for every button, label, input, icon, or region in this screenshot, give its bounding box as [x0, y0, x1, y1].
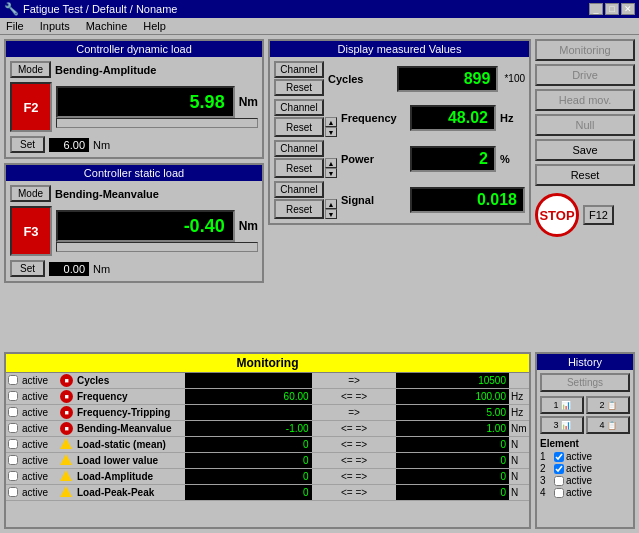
cycles-label: Cycles [328, 73, 393, 85]
mon-name: Cycles [75, 373, 185, 389]
mon-name: Load-Amplitude [75, 469, 185, 485]
mon-checkbox[interactable] [8, 375, 18, 385]
hist-btn-3[interactable]: 3 📊 [540, 416, 584, 434]
history-header: History [537, 354, 633, 370]
mon-checkbox-cell[interactable] [6, 389, 20, 405]
mode-button-static[interactable]: Mode [10, 185, 51, 202]
up-arrow-frequency[interactable]: ▲ [325, 117, 337, 127]
monitoring-button[interactable]: Monitoring [535, 39, 635, 61]
mon-checkbox-cell[interactable] [6, 421, 20, 437]
channel-btn-frequency[interactable]: Channel [274, 99, 324, 116]
mon-name: Bending-Meanvalue [75, 421, 185, 437]
menu-help[interactable]: Help [139, 19, 170, 33]
set-button-dynamic[interactable]: Set [10, 136, 45, 153]
mon-active-cell: active [20, 405, 58, 421]
cycles-row: Channel Reset Cycles 899 *100 [274, 61, 525, 96]
static-scrollbar[interactable] [56, 242, 258, 252]
head-mov-button[interactable]: Head mov. [535, 89, 635, 111]
dynamic-value-display: 5.98 [56, 86, 235, 118]
mon-checkbox[interactable] [8, 455, 18, 465]
mon-operator: => [312, 405, 397, 421]
down-arrow-frequency[interactable]: ▼ [325, 127, 337, 137]
element-row: 3 active [540, 475, 630, 486]
down-arrow-power[interactable]: ▼ [325, 168, 337, 178]
stop-button[interactable]: STOP [535, 193, 579, 237]
dynamic-scrollbar[interactable] [56, 118, 258, 128]
mon-limit: 5.00 [396, 405, 509, 421]
dynamic-set-value: 6.00 [49, 138, 89, 152]
menu-bar: File Inputs Machine Help [0, 18, 639, 35]
channel-btn-cycles[interactable]: Channel [274, 61, 324, 78]
mon-checkbox[interactable] [8, 391, 18, 401]
mon-icon-cell [58, 469, 75, 485]
mon-name: Frequency [75, 389, 185, 405]
up-arrow-signal[interactable]: ▲ [325, 199, 337, 209]
drive-button[interactable]: Drive [535, 64, 635, 86]
menu-file[interactable]: File [2, 19, 28, 33]
element-active-label: active [566, 475, 592, 486]
up-arrow-power[interactable]: ▲ [325, 158, 337, 168]
menu-inputs[interactable]: Inputs [36, 19, 74, 33]
maximize-button[interactable]: □ [605, 3, 619, 15]
triangle-icon [60, 470, 72, 481]
settings-button[interactable]: Settings [540, 373, 630, 392]
mon-unit: N [509, 437, 529, 453]
channel-btn-power[interactable]: Channel [274, 140, 324, 157]
reset-btn-power[interactable]: Reset [274, 158, 324, 178]
channel-btn-signal[interactable]: Channel [274, 181, 324, 198]
mon-checkbox[interactable] [8, 487, 18, 497]
monitoring-table: active ■ Cycles => 10500 active ■ Freque… [6, 373, 529, 501]
mon-checkbox-cell[interactable] [6, 405, 20, 421]
stop-icon: ■ [60, 422, 73, 435]
mode-button-dynamic[interactable]: Mode [10, 61, 51, 78]
minimize-button[interactable]: _ [589, 3, 603, 15]
mon-unit [509, 373, 529, 389]
power-label: Power [341, 153, 406, 165]
reset-btn-cycles[interactable]: Reset [274, 79, 324, 96]
hist-btn-4[interactable]: 4 📋 [586, 416, 630, 434]
mon-checkbox[interactable] [8, 407, 18, 417]
mon-value: 0 [185, 437, 312, 453]
dynamic-type-label: Bending-Amplitude [55, 64, 156, 76]
element-checkbox[interactable] [554, 488, 564, 498]
null-button[interactable]: Null [535, 114, 635, 136]
mon-name: Frequency-Tripping [75, 405, 185, 421]
mon-icon-cell: ■ [58, 389, 75, 405]
mon-value: -1.00 [185, 421, 312, 437]
mon-checkbox-cell[interactable] [6, 373, 20, 389]
mon-checkbox[interactable] [8, 471, 18, 481]
bottom-row: Monitoring active ■ Cycles => 10500 acti… [0, 348, 639, 533]
mon-checkbox-cell[interactable] [6, 453, 20, 469]
element-checkbox[interactable] [554, 452, 564, 462]
triangle-icon [60, 486, 72, 497]
mon-checkbox[interactable] [8, 439, 18, 449]
mon-active-cell: active [20, 469, 58, 485]
mon-operator: <= => [312, 485, 397, 501]
set-button-static[interactable]: Set [10, 260, 45, 277]
element-checkbox[interactable] [554, 476, 564, 486]
mon-checkbox-cell[interactable] [6, 437, 20, 453]
hist-btn-2[interactable]: 2 📋 [586, 396, 630, 414]
save-button[interactable]: Save [535, 139, 635, 161]
mon-limit: 0 [396, 469, 509, 485]
reset-button[interactable]: Reset [535, 164, 635, 186]
element-section: Element 1 active 2 active 3 active 4 act… [540, 438, 630, 498]
mon-operator: <= => [312, 453, 397, 469]
static-set-unit: Nm [93, 263, 110, 275]
dynamic-set-unit: Nm [93, 139, 110, 151]
element-active-label: active [566, 463, 592, 474]
mon-checkbox-cell[interactable] [6, 469, 20, 485]
menu-machine[interactable]: Machine [82, 19, 132, 33]
mon-checkbox-cell[interactable] [6, 485, 20, 501]
f12-button[interactable]: F12 [583, 205, 614, 225]
close-button[interactable]: ✕ [621, 3, 635, 15]
element-checkbox[interactable] [554, 464, 564, 474]
reset-btn-signal[interactable]: Reset [274, 199, 324, 219]
hist-btn-1[interactable]: 1 📊 [540, 396, 584, 414]
down-arrow-signal[interactable]: ▼ [325, 209, 337, 219]
reset-btn-frequency[interactable]: Reset [274, 117, 324, 137]
mon-icon-cell [58, 437, 75, 453]
mon-unit: N [509, 469, 529, 485]
mon-checkbox[interactable] [8, 423, 18, 433]
static-value-display: -0.40 [56, 210, 235, 242]
